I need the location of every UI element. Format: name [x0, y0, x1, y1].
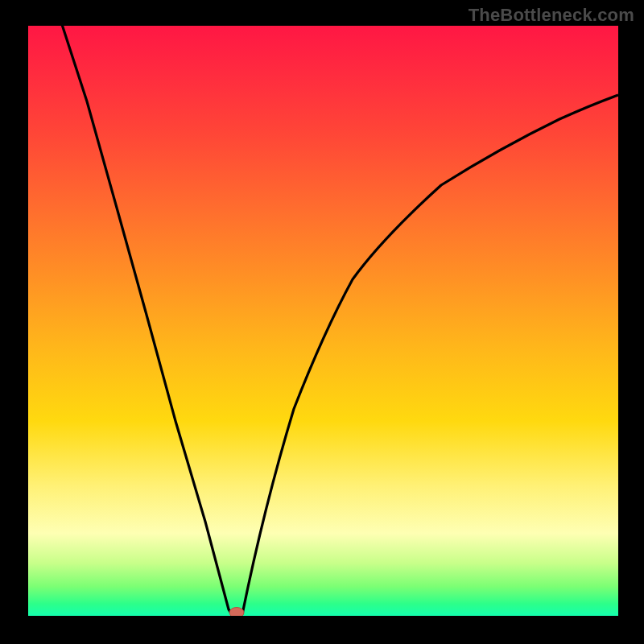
optimal-marker-icon [229, 608, 244, 617]
watermark-text: TheBottleneck.com [469, 5, 634, 26]
chart-frame: TheBottleneck.com [0, 0, 644, 644]
plot-area [28, 26, 618, 616]
curve-left-branch [57, 26, 232, 614]
bottleneck-curve [28, 26, 618, 616]
curve-right-branch [242, 95, 618, 614]
